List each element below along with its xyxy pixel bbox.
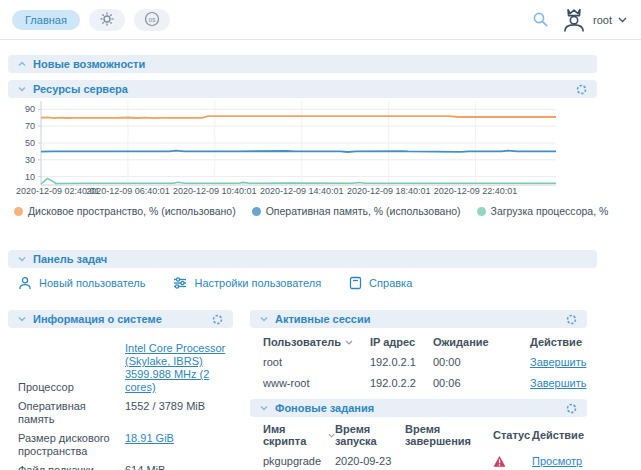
section-resources[interactable]: Ресурсы сервера	[8, 80, 597, 98]
svg-text:2020-12-09 10:40:01: 2020-12-09 10:40:01	[173, 186, 257, 195]
sysinfo-table: Процессор Intel Core Processor (Skylake,…	[8, 342, 233, 470]
chevron-down-icon	[18, 86, 26, 92]
task-link-label: Новый пользователь	[39, 277, 145, 289]
refresh-icon[interactable]	[566, 314, 577, 325]
gear-icon	[100, 12, 114, 28]
job-finished	[405, 455, 493, 470]
svg-text:2020-12-09 06:40:01: 2020-12-09 06:40:01	[86, 186, 170, 195]
column-header-idle[interactable]: Ожидание	[433, 336, 530, 348]
sysinfo-row: Оперативная память 1552 / 3789 MiB	[18, 400, 233, 426]
terminate-session-link[interactable]: Завершить	[530, 377, 586, 389]
svg-text:2020-12-09 14:40:01: 2020-12-09 14:40:01	[260, 186, 344, 195]
section-jobs[interactable]: Фоновые задания	[250, 399, 587, 417]
crowned-user-avatar-icon	[561, 7, 587, 33]
refresh-icon[interactable]	[566, 403, 577, 414]
session-idle: 00:06	[433, 377, 530, 390]
taskbar-links: Новый пользователь Настройки пользовател…	[18, 275, 641, 291]
sysinfo-row: Размер дискового пространства 18.91 GiB	[18, 432, 233, 458]
os-circle-icon: os	[144, 11, 160, 29]
svg-text:os: os	[148, 15, 156, 22]
column-header-finished[interactable]: Время завершения	[405, 423, 493, 447]
new-user-link[interactable]: Новый пользователь	[18, 276, 145, 290]
job-started: 2020-09-23 02:53:23.004	[335, 455, 405, 470]
disk-size-link[interactable]: 18.91 GiB	[125, 432, 174, 444]
book-icon	[349, 276, 362, 290]
sliders-icon	[173, 276, 187, 290]
column-header-action: Действие	[530, 336, 587, 348]
chevron-down-icon	[260, 316, 268, 322]
session-row: www-root 192.0.2.2 00:06 Завершить	[250, 377, 587, 390]
refresh-icon[interactable]	[576, 84, 587, 95]
sysinfo-label: Оперативная память	[18, 400, 125, 426]
section-whats-new[interactable]: Новые возможности	[8, 55, 597, 73]
legend-dot-icon	[252, 207, 261, 216]
sessions-header-row: Пользователь IP адрес Ожидание Действие	[250, 336, 587, 348]
section-sessions[interactable]: Активные сессии	[250, 310, 587, 328]
refresh-icon[interactable]	[212, 314, 223, 325]
tab-home[interactable]: Главная	[12, 10, 80, 30]
svg-text:2020-12-09 18:40:01: 2020-12-09 18:40:01	[347, 186, 431, 195]
user-icon	[18, 276, 32, 290]
column-header-status: Статус	[493, 423, 532, 447]
column-header-action: Действие	[532, 423, 587, 447]
svg-text:10: 10	[25, 172, 35, 182]
sysinfo-row: Процессор Intel Core Processor (Skylake,…	[18, 342, 233, 394]
chevron-down-icon	[260, 405, 268, 411]
view-job-link[interactable]: Просмотр	[532, 455, 582, 467]
session-user: root	[263, 356, 370, 369]
task-link-label: Настройки пользователя	[194, 277, 321, 289]
legend-label: Загрузка процессора, %	[491, 205, 609, 217]
section-title: Панель задач	[33, 253, 107, 265]
session-idle: 00:00	[433, 356, 530, 369]
legend-item: Дисковое пространство, % (использовано)	[14, 205, 236, 217]
section-title: Новые возможности	[33, 58, 145, 70]
legend-item: Загрузка процессора, %	[477, 205, 609, 217]
session-ip: 192.0.2.1	[370, 356, 433, 369]
chevron-down-icon	[618, 17, 627, 23]
chevron-down-icon	[18, 316, 26, 322]
task-link-label: Справка	[369, 277, 412, 289]
section-title: Информация о системе	[33, 313, 162, 325]
user-menu[interactable]: root	[561, 7, 627, 33]
session-ip: 192.0.2.2	[370, 377, 433, 390]
job-script: pkgupgrade	[263, 455, 335, 470]
svg-text:50: 50	[25, 138, 35, 148]
session-user: www-root	[263, 377, 370, 390]
settings-button[interactable]	[89, 9, 125, 31]
username-label: root	[593, 14, 612, 26]
sysinfo-label: Размер дискового пространства	[18, 432, 125, 458]
sysinfo-value: 614 MiB	[125, 464, 233, 470]
svg-text:30: 30	[25, 155, 35, 165]
search-icon[interactable]	[532, 11, 549, 28]
jobs-header-row: Имя скрипта Время запуска Время завершен…	[250, 423, 587, 447]
legend-dot-icon	[14, 207, 23, 216]
top-bar: Главная os	[0, 0, 641, 40]
cpu-link[interactable]: Intel Core Processor (Skylake, IBRS) 359…	[125, 342, 225, 393]
sysinfo-row: Файл подкачки (swap) 614 MiB	[18, 464, 233, 470]
os-button[interactable]: os	[134, 9, 170, 31]
job-row: pkgupgrade 2020-09-23 02:53:23.004 Просм…	[250, 455, 587, 470]
column-header-started[interactable]: Время запуска	[335, 423, 405, 447]
chart-legend: Дисковое пространство, % (использовано)О…	[14, 204, 641, 218]
column-header-user[interactable]: Пользователь	[263, 336, 370, 348]
sysinfo-value: 1552 / 3789 MiB	[125, 400, 233, 413]
sysinfo-label: Процессор	[18, 381, 125, 394]
help-link[interactable]: Справка	[349, 276, 412, 290]
user-settings-link[interactable]: Настройки пользователя	[173, 276, 321, 290]
legend-item: Оперативная память, % (использовано)	[252, 205, 461, 217]
svg-text:2020-12-09 22:40:01: 2020-12-09 22:40:01	[434, 186, 518, 195]
chevron-up-icon	[18, 61, 26, 67]
sysinfo-label: Файл подкачки (swap)	[18, 464, 125, 470]
legend-label: Дисковое пространство, % (использовано)	[28, 205, 236, 217]
legend-label: Оперативная память, % (использовано)	[266, 205, 461, 217]
session-row: root 192.0.2.1 00:00 Завершить	[250, 356, 587, 369]
section-title: Ресурсы сервера	[33, 83, 128, 95]
section-taskbar[interactable]: Панель задач	[8, 250, 597, 268]
column-header-script[interactable]: Имя скрипта	[263, 423, 335, 447]
section-title: Фоновые задания	[275, 402, 374, 414]
section-sysinfo[interactable]: Информация о системе	[8, 310, 233, 328]
terminate-session-link[interactable]: Завершить	[530, 356, 586, 368]
legend-dot-icon	[477, 207, 486, 216]
svg-text:70: 70	[25, 121, 35, 131]
column-header-ip[interactable]: IP адрес	[370, 336, 433, 348]
